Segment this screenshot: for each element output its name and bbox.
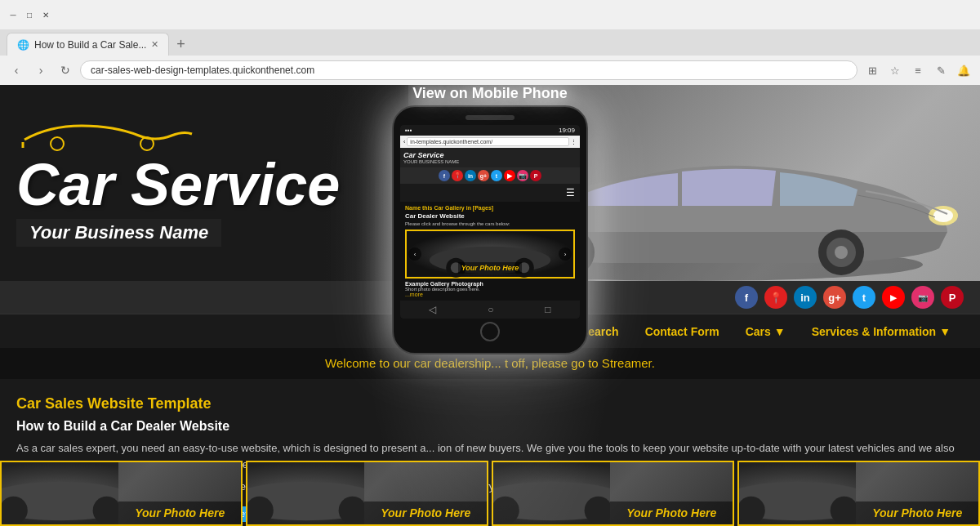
browser-tab[interactable]: 🌐 How to Build a Car Sale... ✕ (7, 33, 169, 56)
tab-title: How to Build a Car Sale... (34, 39, 146, 51)
phone-instagram-icon[interactable]: 📷 (517, 170, 528, 181)
phone-recents-button[interactable]: □ (545, 304, 550, 315)
phone-desc: Please click and browse through the cars… (405, 221, 575, 226)
linkedin-icon[interactable]: in (794, 286, 817, 309)
nav-item-cars[interactable]: Cars ▼ (733, 314, 799, 349)
pinterest-icon[interactable]: P (941, 286, 964, 309)
site-title: Car Service (16, 155, 408, 214)
phone-logo-area: Car Service YOUR BUSINESS NAME (403, 151, 459, 164)
gallery-item-1[interactable]: Your Photo Here (0, 461, 243, 526)
nav-item-services[interactable]: Services & Information ▼ (799, 314, 964, 349)
phone-home-button[interactable]: ○ (488, 304, 493, 315)
browser-actions: ⊞ ☆ ≡ ✎ 🔔 (862, 60, 973, 80)
phone-home-circle[interactable] (480, 322, 500, 341)
new-tab-button[interactable]: + (169, 33, 192, 56)
gallery-item-2-label: Your Photo Here (364, 501, 487, 524)
gallery-car-4 (739, 462, 856, 524)
tab-close-button[interactable]: ✕ (151, 39, 158, 50)
phone-gallery-item[interactable]: Your Photo Here ‹ › (405, 230, 575, 279)
browser-chrome: ─ □ ✕ 🌐 How to Build a Car Sale... ✕ + ‹… (0, 0, 980, 85)
phone-social-row: f 📍 in g+ t ▶ 📷 P (400, 167, 580, 184)
phone-pinterest-icon[interactable]: P (530, 170, 541, 181)
phone-logo: Car Service (403, 151, 459, 159)
svg-point-9 (51, 137, 64, 150)
cars-dropdown-icon: ▼ (774, 325, 786, 338)
phone-page-title: Car Dealer Website (405, 212, 575, 220)
tab-favicon: 🌐 (17, 39, 29, 51)
edit-icon[interactable]: ✎ (931, 60, 951, 80)
gallery-car-1 (2, 462, 118, 524)
gallery-item-3-label: Your Photo Here (610, 501, 733, 524)
address-bar: ‹ › ↻ ⊞ ☆ ≡ ✎ 🔔 (0, 56, 980, 85)
phone-facebook-icon[interactable]: f (439, 170, 450, 181)
phone-caption: Example Gallery Photograph (405, 281, 575, 287)
car-logo-svg (16, 119, 196, 152)
phone-nav-arrows: ‹ › (407, 247, 573, 261)
phone-back-button[interactable]: ◁ (429, 304, 436, 315)
gallery-item-4[interactable]: Your Photo Here (737, 461, 980, 526)
phone-speaker (466, 115, 514, 120)
maps-icon[interactable]: 📍 (764, 286, 787, 309)
header-left: Car Service Your Business Name (16, 119, 408, 247)
content-title: Car Sales Website Template (16, 395, 964, 412)
phone-linkedin-icon[interactable]: in (465, 170, 476, 181)
gplus-icon[interactable]: g+ (823, 286, 846, 309)
mobile-phone-overlay: View on Mobile Phone ▪▪▪ 19:09 ‹ in-temp… (392, 85, 588, 354)
phone-twitter-icon[interactable]: t (491, 170, 502, 181)
twitter-icon[interactable]: t (853, 286, 875, 309)
phone-menu-icon[interactable]: ⋮ (571, 139, 577, 145)
bell-icon[interactable]: 🔔 (954, 60, 973, 80)
gallery-item-2[interactable]: Your Photo Here (246, 461, 488, 526)
phone-content: Name this Car Gallery in [Pages] Car Dea… (400, 202, 580, 301)
phone-signal: ▪▪▪ (405, 127, 412, 134)
phone-next-arrow[interactable]: › (559, 247, 572, 261)
gallery-item-1-label: Your Photo Here (118, 501, 241, 524)
maximize-button[interactable]: □ (23, 8, 36, 21)
forward-button[interactable]: › (31, 60, 51, 80)
window-controls: ─ □ ✕ (7, 8, 52, 21)
website-content: Car Service Your Business Name f 📍 in g+… (0, 85, 980, 526)
phone-more-link[interactable]: ...more (405, 292, 575, 297)
phone-url-bar[interactable]: in-templates.quickonthenet.com/ (407, 137, 569, 146)
phone-prev-arrow[interactable]: ‹ (408, 247, 421, 261)
youtube-icon[interactable]: ▶ (882, 286, 905, 309)
menu-icon[interactable]: ≡ (908, 60, 928, 80)
gallery-car-3 (493, 462, 610, 524)
star-icon[interactable]: ☆ (885, 60, 905, 80)
phone-time: 19:09 (559, 127, 575, 134)
gallery-item-4-label: Your Photo Here (856, 501, 978, 524)
site-subtitle: Your Business Name (16, 219, 221, 247)
phone-status-bar: ▪▪▪ 19:09 (400, 125, 580, 136)
reader-view-icon[interactable]: ⊞ (862, 60, 882, 80)
phone-browser-bar: ‹ in-templates.quickonthenet.com/ ⋮ (400, 136, 580, 148)
reload-button[interactable]: ↻ (56, 60, 75, 80)
phone-youtube-icon[interactable]: ▶ (504, 170, 515, 181)
gallery-car-2 (247, 462, 364, 524)
url-input[interactable] (80, 60, 858, 80)
phone-body: ▪▪▪ 19:09 ‹ in-templates.quickonthenet.c… (392, 105, 588, 354)
phone-overlay-label: View on Mobile Phone (392, 85, 588, 102)
instagram-icon[interactable]: 📷 (911, 286, 934, 309)
title-bar: ─ □ ✕ (0, 0, 980, 29)
phone-site-header: Car Service YOUR BUSINESS NAME (400, 148, 580, 167)
phone-gallery-title: Name this Car Gallery in [Pages] (405, 205, 575, 211)
nav-item-contact-form[interactable]: Contact Form (632, 314, 733, 349)
back-button[interactable]: ‹ (7, 60, 26, 80)
phone-back-icon[interactable]: ‹ (403, 139, 405, 145)
svg-point-6 (835, 246, 848, 259)
phone-maps-icon[interactable]: 📍 (452, 170, 463, 181)
minimize-button[interactable]: ─ (7, 8, 20, 21)
gallery-row: Your Photo Here Your Photo Here Your Pho… (0, 461, 980, 526)
phone-gplus-icon[interactable]: g+ (478, 170, 489, 181)
phone-logo-sub: YOUR BUSINESS NAME (403, 159, 459, 164)
svg-point-8 (933, 209, 953, 222)
tab-bar: 🌐 How to Build a Car Sale... ✕ + (0, 29, 980, 56)
facebook-icon[interactable]: f (735, 286, 758, 309)
phone-hamburger-menu[interactable]: ☰ (400, 184, 580, 202)
services-dropdown-icon: ▼ (939, 325, 951, 338)
phone-screen: ▪▪▪ 19:09 ‹ in-templates.quickonthenet.c… (400, 125, 580, 319)
gallery-item-3[interactable]: Your Photo Here (492, 461, 734, 526)
article-title: How to Build a Car Dealer Website (16, 419, 964, 434)
phone-bottom-nav: ◁ ○ □ (400, 301, 580, 319)
close-button[interactable]: ✕ (39, 8, 52, 21)
